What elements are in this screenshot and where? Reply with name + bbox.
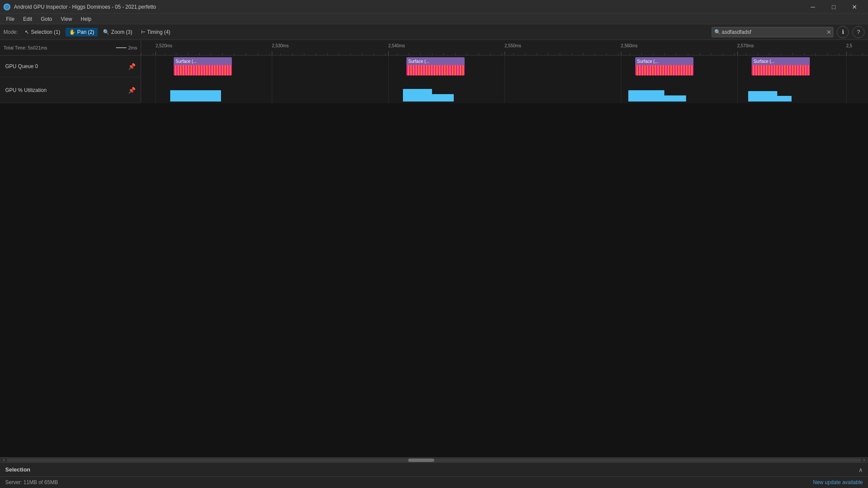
ruler-minor-tick [479, 53, 479, 55]
ruler-minor-tick [571, 53, 572, 55]
server-info: Server: 11MB of 65MB [5, 479, 58, 485]
ruler-label: 2,540ms [388, 43, 405, 48]
timeline-left-panel: Total Time: 5s021ms 2ms [0, 40, 141, 55]
surface-block-label: Surface (... [752, 57, 810, 65]
ruler-minor-tick [432, 53, 432, 55]
ruler-minor-tick [827, 53, 828, 55]
ruler-tick [155, 52, 156, 55]
menu-help[interactable]: Help [76, 14, 96, 24]
ruler-minor-tick [583, 53, 584, 55]
surface-block[interactable]: Surface (... [752, 57, 810, 75]
mode-zoom-label: Zoom (3) [111, 29, 132, 35]
scrollbar-track [7, 459, 861, 462]
util-bar [777, 96, 792, 102]
menu-goto[interactable]: Goto [36, 14, 56, 24]
info-button[interactable]: ℹ [837, 26, 849, 38]
gpu-util-label: GPU % Utilization 📌 [0, 77, 141, 103]
menu-edit[interactable]: Edit [19, 14, 36, 24]
ruler-minor-tick [769, 53, 769, 55]
ruler-label: 2,530ms [272, 43, 288, 48]
gpu-util-track-row: GPU % Utilization 📌 [0, 77, 868, 103]
ruler-minor-tick [362, 53, 363, 55]
ruler-minor-tick [653, 53, 653, 55]
ruler-minor-tick [502, 53, 502, 55]
surface-block[interactable]: Surface (... [635, 57, 693, 75]
bottom-panel-content: Server: 11MB of 65MB New update availabl… [0, 477, 868, 488]
grid-line [155, 77, 156, 103]
menu-file[interactable]: File [2, 14, 19, 24]
ruler-minor-tick [327, 53, 328, 55]
search-input[interactable] [712, 27, 833, 37]
scrollbar-thumb[interactable] [408, 459, 434, 462]
ruler-tick [388, 52, 389, 55]
grid-line [846, 77, 847, 103]
total-time: Total Time: 5s021ms [3, 45, 47, 50]
ruler-minor-tick [339, 53, 339, 55]
grid-line [505, 56, 505, 77]
util-bar [432, 94, 454, 102]
ruler-minor-tick [304, 53, 304, 55]
ruler-minor-tick [211, 53, 211, 55]
gpu-util-label-text: GPU % Utilization [5, 87, 46, 93]
selection-icon: ↖ [25, 29, 29, 35]
scrollbar-right-button[interactable]: › [861, 457, 867, 463]
bottom-panel: Selection ∧ Server: 11MB of 65MB New upd… [0, 462, 868, 488]
ruler-minor-tick [746, 53, 746, 55]
ruler-minor-tick [711, 53, 711, 55]
gpu-queue-pin-icon[interactable]: 📌 [128, 63, 135, 70]
collapse-button[interactable]: ∧ [858, 466, 863, 473]
search-icon: 🔍 [714, 29, 721, 35]
update-link[interactable]: New update available [813, 479, 863, 485]
minimize-button[interactable]: ─ [803, 0, 823, 14]
gpu-queue-content[interactable]: Surface (...Surface (...Surface (...Surf… [141, 56, 868, 77]
ruler-minor-tick [467, 53, 467, 55]
ruler-minor-tick [257, 53, 258, 55]
ruler-minor-tick [664, 53, 665, 55]
mode-pan-button[interactable]: ✋ Pan (2) [66, 28, 98, 36]
mode-selection-button[interactable]: ↖ Selection (1) [21, 28, 63, 36]
gpu-util-content[interactable] [141, 77, 868, 103]
grid-line [737, 56, 738, 77]
help-button[interactable]: ? [852, 26, 865, 38]
maximize-button[interactable]: □ [824, 0, 844, 14]
ruler-minor-tick [676, 53, 677, 55]
util-bar [664, 95, 686, 102]
ruler-minor-tick [595, 53, 595, 55]
ruler-minor-tick [851, 53, 851, 55]
ruler-tick [272, 52, 272, 55]
mode-zoom-button[interactable]: 🔍 Zoom (3) [99, 28, 136, 36]
gpu-queue-label: GPU Queue 0 📌 [0, 56, 141, 77]
ruler-minor-tick [153, 53, 153, 55]
gpu-queue-label-text: GPU Queue 0 [5, 63, 38, 69]
surface-block[interactable]: Surface (... [406, 57, 465, 75]
bottom-panel-header: Selection ∧ [0, 463, 868, 477]
ruler-minor-tick [246, 53, 246, 55]
ruler-minor-tick [641, 53, 642, 55]
surface-block[interactable]: Surface (... [174, 57, 232, 75]
menu-view[interactable]: View [56, 14, 76, 24]
mode-pan-label: Pan (2) [77, 29, 94, 35]
ruler-minor-tick [409, 53, 409, 55]
grid-line [846, 56, 847, 77]
ruler-label: 2,550ms [505, 43, 521, 48]
util-bar [748, 91, 777, 102]
scrollbar-left-button[interactable]: ‹ [1, 457, 7, 463]
ruler-tick [505, 52, 505, 55]
ruler-minor-tick [815, 53, 816, 55]
util-bar [403, 89, 432, 102]
timeline-header: Total Time: 5s021ms 2ms 2,520ms2,530ms2,… [0, 40, 868, 56]
svg-point-2 [6, 6, 8, 8]
gpu-util-pin-icon[interactable]: 📌 [128, 87, 135, 94]
toolbar: Mode: ↖ Selection (1) ✋ Pan (2) 🔍 Zoom (… [0, 24, 868, 40]
ruler-minor-tick [350, 53, 351, 55]
timing-icon: ⊢ [141, 29, 145, 35]
timeline-ruler: 2,520ms2,530ms2,540ms2,550ms2,560ms2,570… [141, 40, 868, 55]
ruler-minor-tick [839, 53, 839, 55]
ruler-label: 2,5 [846, 43, 852, 48]
ruler-minor-tick [222, 53, 223, 55]
mode-timing-button[interactable]: ⊢ Timing (4) [138, 28, 174, 36]
close-button[interactable]: ✕ [845, 0, 865, 14]
ruler-minor-tick [316, 53, 316, 55]
search-clear-button[interactable]: ✕ [826, 29, 832, 36]
ruler-minor-tick [188, 53, 188, 55]
